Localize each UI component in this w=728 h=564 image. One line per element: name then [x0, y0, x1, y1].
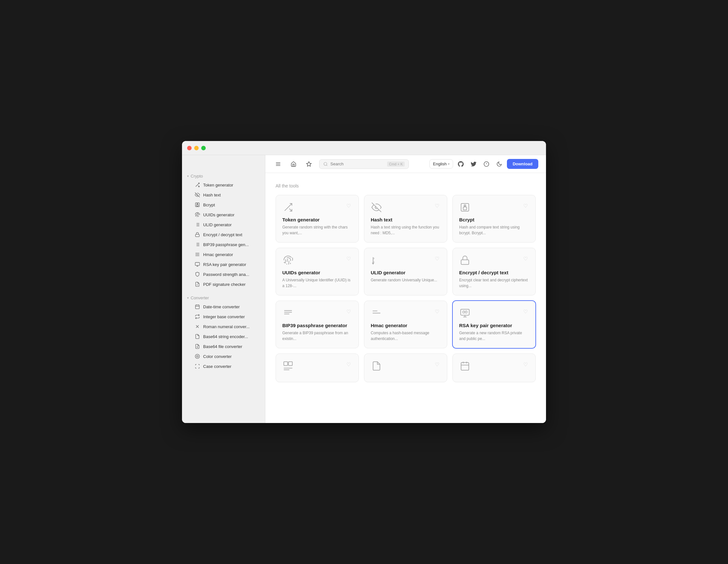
svg-point-35 [196, 355, 198, 357]
dark-mode-button[interactable] [494, 159, 504, 169]
tool-card-rsa-key[interactable]: ♡ RSA key pair generator Generate a new … [452, 301, 536, 348]
sidebar-hmac-label: Hmac generator [203, 252, 233, 257]
download-button[interactable]: Download [507, 159, 538, 169]
card-title: ULID generator [371, 270, 441, 275]
card-desc: Generate random Universally Unique... [371, 277, 441, 283]
sidebar-item-roman-numeral[interactable]: Roman numeral conver... [185, 322, 262, 331]
svg-rect-60 [461, 309, 469, 315]
sidebar-item-pdf-signature[interactable]: PDF signature checker [185, 279, 262, 289]
sidebar-item-hash-text[interactable]: Hash text [185, 190, 262, 200]
lock-icon [195, 232, 200, 237]
tool-card-encrypt-decrypt[interactable]: ♡ Encrypt / decrypt text Encrypt clear t… [452, 248, 536, 295]
shield-check-icon [195, 272, 200, 277]
svg-rect-64 [465, 311, 467, 313]
topbar-right: English ▾ [429, 159, 538, 169]
sidebar-section-crypto[interactable]: ▾ Crypto [182, 171, 265, 180]
twitter-button[interactable] [468, 159, 479, 169]
favorite-button[interactable]: ♡ [434, 254, 441, 263]
maximize-button[interactable] [201, 146, 206, 150]
close-button[interactable] [187, 146, 192, 150]
sidebar-item-token-generator[interactable]: Token generator [185, 180, 262, 190]
svg-rect-69 [461, 362, 469, 370]
sidebar-item-date-time[interactable]: Date-time converter [185, 302, 262, 311]
tool-card-bcrypt[interactable]: ♡ Bcrypt Hash and compare text string us… [452, 195, 536, 243]
settings-button[interactable] [304, 159, 314, 169]
partial-icon-10 [282, 360, 294, 372]
lock-square-icon [459, 202, 471, 213]
minimize-button[interactable] [194, 146, 199, 150]
sidebar-section-converter[interactable]: ▾ Converter [182, 293, 265, 302]
tool-card-partial-12[interactable]: ♡ [452, 353, 536, 382]
favorite-button[interactable]: ♡ [434, 202, 441, 210]
card-header: ♡ [282, 254, 352, 266]
sidebar-item-case-converter[interactable]: Case converter [185, 361, 262, 371]
favorite-button[interactable]: ♡ [345, 307, 352, 316]
sidebar-roman-label: Roman numeral conver... [203, 324, 250, 329]
tool-card-token-generator[interactable]: ♡ Token generator Generate random string… [276, 195, 359, 243]
tool-card-uuids[interactable]: ♡ UUIDs generator A Universally Unique I… [276, 248, 359, 295]
sidebar-item-uuids-generator[interactable]: UUIDs generator [185, 210, 262, 220]
card-desc: Hash a text string using the function yo… [371, 224, 441, 236]
card-desc: Computes a hash-based message authentica… [371, 330, 441, 342]
tool-card-ulid[interactable]: 9 0 ♡ ULID generator Generate random Uni… [364, 248, 447, 295]
section-title: All the tools [276, 183, 536, 188]
favorite-button[interactable]: ♡ [522, 254, 529, 263]
favorite-button[interactable]: ♡ [522, 202, 529, 210]
sidebar-item-bcrypt[interactable]: Bcrypt [185, 200, 262, 210]
list-icon [195, 242, 200, 247]
minus-list-icon [195, 252, 200, 257]
language-selector[interactable]: English ▾ [429, 159, 453, 169]
sidebar: ▾ Crypto Token generator H [182, 155, 265, 423]
card-header: ♡ [371, 307, 441, 319]
card-desc: Generate a BIP39 passphrase from an exis… [282, 330, 352, 342]
sidebar-item-hmac[interactable]: Hmac generator [185, 250, 262, 259]
partial-icon-12 [459, 360, 471, 372]
favorite-button[interactable]: ♡ [434, 307, 441, 316]
fingerprint-icon [282, 254, 294, 266]
twitter-icon [471, 161, 476, 167]
sidebar-item-bip39[interactable]: BIP39 passphrase gen... [185, 240, 262, 249]
sidebar-color-label: Color converter [203, 354, 232, 359]
favorite-button[interactable]: ♡ [434, 360, 441, 369]
fingerprint-icon [195, 212, 200, 217]
tool-card-partial-10[interactable]: ♡ [276, 353, 359, 382]
app-window: ▾ Crypto Token generator H [182, 141, 546, 423]
tools-grid: ♡ Token generator Generate random string… [276, 195, 536, 382]
search-input[interactable] [330, 162, 385, 166]
sidebar-item-encrypt-decrypt[interactable]: Encrypt / decrypt text [185, 230, 262, 239]
sidebar-item-color-converter[interactable]: Color converter [185, 352, 262, 361]
info-icon [484, 161, 489, 167]
sort-num-icon [195, 222, 200, 227]
menu-button[interactable] [273, 159, 283, 169]
github-button[interactable] [456, 159, 466, 169]
tool-card-hmac[interactable]: ♡ Hmac generator Computes a hash-based m… [364, 301, 447, 348]
favorite-button[interactable]: ♡ [345, 202, 352, 210]
favorite-button[interactable]: ♡ [522, 360, 529, 369]
tool-card-bip39[interactable]: ♡ BIP39 passphrase generator Generate a … [276, 301, 359, 348]
info-button[interactable] [481, 159, 492, 169]
favorite-button[interactable]: ♡ [345, 254, 352, 263]
favorite-button[interactable]: ♡ [345, 360, 352, 369]
sidebar-item-password-strength[interactable]: Password strength ana... [185, 270, 262, 279]
bip39-icon [282, 307, 294, 319]
sidebar-item-base64-string[interactable]: Base64 string encoder... [185, 332, 262, 341]
card-desc: Encrypt clear text and decrypt ciphertex… [459, 277, 529, 289]
svg-rect-65 [284, 362, 288, 366]
shuffle-icon [195, 182, 200, 187]
svg-rect-4 [196, 204, 198, 206]
card-header: ♡ [459, 202, 529, 213]
sidebar-item-base64-file[interactable]: Base64 file converter [185, 342, 262, 351]
tool-card-hash-text[interactable]: ♡ Hash text Hash a text string using the… [364, 195, 447, 243]
search-bar[interactable]: Cmd + K [319, 159, 409, 169]
sidebar-item-integer-base[interactable]: Integer base converter [185, 312, 262, 321]
sidebar-token-generator-label: Token generator [203, 183, 233, 187]
hmac-icon [371, 307, 382, 319]
card-title: Encrypt / decrypt text [459, 270, 529, 275]
sidebar-bcrypt-label: Bcrypt [203, 203, 215, 207]
tool-card-partial-11[interactable]: ♡ [364, 353, 447, 382]
sidebar-item-ulid-generator[interactable]: ULID generator [185, 220, 262, 229]
home-button[interactable] [288, 159, 299, 169]
sidebar-item-rsa-key[interactable]: RSA key pair generator [185, 260, 262, 269]
card-title: RSA key pair generator [459, 323, 529, 328]
favorite-button[interactable]: ♡ [522, 307, 529, 316]
